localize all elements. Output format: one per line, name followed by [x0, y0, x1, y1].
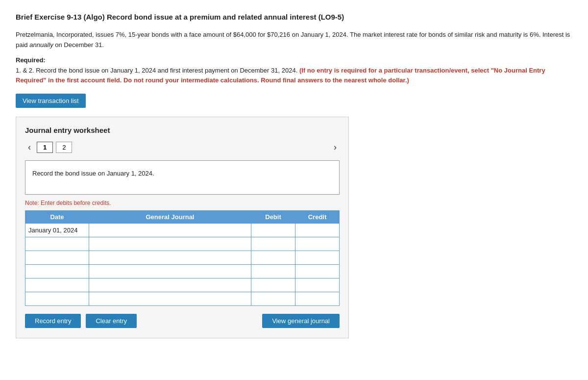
- journal-input-3[interactable]: [89, 251, 251, 264]
- journal-input-6[interactable]: [89, 292, 251, 305]
- credit-cell-6[interactable]: [295, 292, 340, 306]
- date-cell-1: January 01, 2024: [25, 224, 89, 237]
- required-text: 1. & 2. Record the bond issue on January…: [16, 66, 572, 86]
- debit-input-3[interactable]: [251, 251, 295, 264]
- required-label: Required:: [16, 56, 572, 64]
- view-general-journal-button[interactable]: View general journal: [262, 314, 340, 328]
- date-cell-5: [25, 279, 89, 292]
- instruction-box: Record the bond issue on January 1, 2024…: [25, 160, 340, 195]
- worksheet-container: Journal entry worksheet ‹ 1 2 › Record t…: [16, 117, 349, 338]
- date-cell-2: [25, 237, 89, 251]
- table-row: [25, 279, 340, 292]
- view-transaction-button[interactable]: View transaction list: [16, 94, 86, 108]
- col-header-date: Date: [25, 211, 89, 224]
- debit-input-6[interactable]: [251, 292, 295, 305]
- debit-cell-5[interactable]: [251, 279, 295, 292]
- debit-cell-4[interactable]: [251, 265, 295, 279]
- credit-input-5[interactable]: [295, 279, 339, 292]
- credit-input-3[interactable]: [295, 251, 339, 264]
- description: Pretzelmania, Incorporated, issues 7%, 1…: [16, 30, 572, 51]
- journal-cell-2[interactable]: [89, 237, 251, 251]
- debit-input-2[interactable]: [251, 237, 295, 251]
- debit-input-5[interactable]: [251, 279, 295, 292]
- credit-input-2[interactable]: [295, 237, 339, 251]
- tab-navigation: ‹ 1 2 ›: [25, 141, 340, 153]
- journal-cell-6[interactable]: [89, 292, 251, 306]
- table-row: [25, 237, 340, 251]
- journal-input-4[interactable]: [89, 265, 251, 278]
- journal-input-5[interactable]: [89, 279, 251, 292]
- col-header-debit: Debit: [251, 211, 295, 224]
- col-header-journal: General Journal: [89, 211, 251, 224]
- record-entry-button[interactable]: Record entry: [25, 314, 81, 328]
- debit-cell-3[interactable]: [251, 251, 295, 265]
- table-row: January 01, 2024: [25, 224, 340, 237]
- col-header-credit: Credit: [295, 211, 340, 224]
- credit-cell-4[interactable]: [295, 265, 340, 279]
- debit-cell-2[interactable]: [251, 237, 295, 251]
- required-section: Required: 1. & 2. Record the bond issue …: [16, 56, 572, 86]
- credit-cell-5[interactable]: [295, 279, 340, 292]
- credit-cell-1[interactable]: [295, 224, 340, 237]
- journal-cell-5[interactable]: [89, 279, 251, 292]
- credit-cell-2[interactable]: [295, 237, 340, 251]
- required-text-plain: 1. & 2. Record the bond issue on January…: [16, 67, 297, 74]
- table-row: [25, 292, 340, 306]
- debit-input-1[interactable]: [251, 224, 295, 237]
- debit-cell-1[interactable]: [251, 224, 295, 237]
- journal-cell-1[interactable]: [89, 224, 251, 237]
- credit-cell-3[interactable]: [295, 251, 340, 265]
- next-tab-button[interactable]: ›: [331, 141, 340, 153]
- prev-tab-button[interactable]: ‹: [25, 141, 34, 153]
- table-row: [25, 251, 340, 265]
- debit-input-4[interactable]: [251, 265, 295, 278]
- note-text: Note: Enter debits before credits.: [25, 200, 340, 206]
- tab-1-button[interactable]: 1: [37, 142, 53, 153]
- tab-2-button[interactable]: 2: [56, 142, 72, 153]
- journal-cell-4[interactable]: [89, 265, 251, 279]
- journal-input-1[interactable]: [89, 224, 251, 237]
- bottom-buttons: Record entry Clear entry View general jo…: [25, 314, 340, 328]
- credit-input-1[interactable]: [295, 224, 339, 237]
- journal-input-2[interactable]: [89, 237, 251, 251]
- credit-input-6[interactable]: [295, 292, 339, 305]
- journal-table: Date General Journal Debit Credit Januar…: [25, 210, 340, 306]
- date-cell-3: [25, 251, 89, 265]
- debit-cell-6[interactable]: [251, 292, 295, 306]
- clear-entry-button[interactable]: Clear entry: [86, 314, 137, 328]
- credit-input-4[interactable]: [295, 265, 339, 278]
- instruction-text: Record the bond issue on January 1, 2024…: [32, 170, 154, 177]
- worksheet-title: Journal entry worksheet: [25, 126, 340, 134]
- table-row: [25, 265, 340, 279]
- date-cell-4: [25, 265, 89, 279]
- page-title: Brief Exercise 9-13 (Algo) Record bond i…: [16, 12, 572, 22]
- journal-cell-3[interactable]: [89, 251, 251, 265]
- date-cell-6: [25, 292, 89, 306]
